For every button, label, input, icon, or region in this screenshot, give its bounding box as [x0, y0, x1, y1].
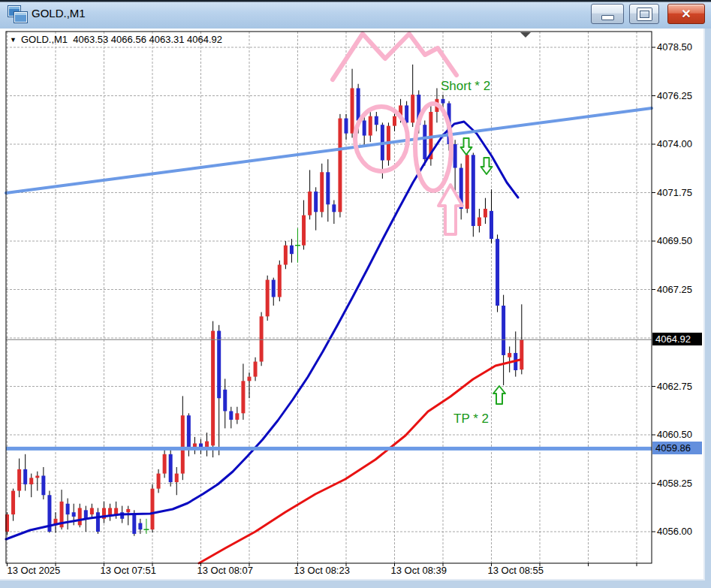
pink-up-arrow — [438, 185, 462, 234]
time-tick-label: 13 Oct 2025 — [8, 565, 61, 576]
price-tick-label: 4062.75 — [657, 381, 692, 392]
time-tick-label: 13 Oct 08:55 — [488, 565, 544, 576]
chevron-down-icon: ▼ — [10, 36, 17, 44]
candlestick-chart[interactable]: Short * 2TP * 2 — [0, 29, 703, 579]
time-tick-label: 13 Oct 08:39 — [391, 565, 447, 576]
symbol-ohlc-header: ▼ GOLD.,M1 4063.53 4066.56 4063.31 4064.… — [10, 34, 222, 45]
green-down-arrow-2 — [481, 158, 493, 174]
axis-ticks — [8, 47, 656, 566]
price-tick-label: 4067.25 — [657, 284, 692, 295]
ma-slow-red-line[interactable] — [199, 360, 520, 563]
ohlc-text: GOLD.,M1 4063.53 4066.56 4063.31 4064.92 — [21, 34, 222, 45]
close-button[interactable]: ✕ — [667, 4, 705, 24]
price-tick-label: 4071.75 — [657, 187, 692, 198]
close-icon: ✕ — [681, 8, 691, 20]
price-tick-label: 4078.50 — [657, 41, 692, 53]
time-tick-label: 13 Oct 08:07 — [197, 565, 253, 576]
horizontal-line-4059-86[interactable] — [6, 447, 652, 451]
price-tick-label: 4060.50 — [657, 429, 692, 440]
annotation-label-1[interactable]: Short * 2 — [441, 79, 490, 93]
chart-window-icon — [8, 6, 26, 23]
maximize-button[interactable] — [629, 4, 659, 24]
hline-price-box: 4059.86 — [652, 442, 702, 454]
metatrader-workspace: { "window": { "title": "GOLD.,M1", "cont… — [0, 0, 711, 588]
price-tick-label: 4056.00 — [657, 526, 692, 537]
price-tick-label: 4074.00 — [657, 138, 692, 149]
price-tick-label: 4058.25 — [657, 478, 692, 489]
time-tick-label: 13 Oct 07:51 — [101, 565, 156, 576]
minimize-icon — [601, 15, 614, 20]
green-down-arrow-1 — [461, 138, 472, 155]
bid-price-box: 4064.92 — [652, 333, 702, 345]
annotation-label-2[interactable]: TP * 2 — [453, 412, 489, 426]
time-tick-label: 13 Oct 08:23 — [294, 565, 350, 576]
maximize-icon — [637, 8, 652, 20]
price-tick-label: 4069.50 — [657, 235, 692, 246]
pink-ellipse-2 — [415, 104, 451, 191]
minimize-button[interactable] — [591, 4, 624, 24]
green-up-arrow — [493, 386, 505, 404]
price-tick-label: 4076.25 — [657, 90, 692, 101]
chart-client-area: Short * 2TP * 2 ▼ GOLD.,M1 4063.53 4066.… — [0, 29, 705, 580]
window-titlebar[interactable]: GOLD.,M1 ✕ — [0, 0, 711, 29]
window-title: GOLD.,M1 — [32, 7, 86, 20]
chart-shift-marker — [520, 32, 531, 38]
grid-lines — [6, 32, 652, 563]
